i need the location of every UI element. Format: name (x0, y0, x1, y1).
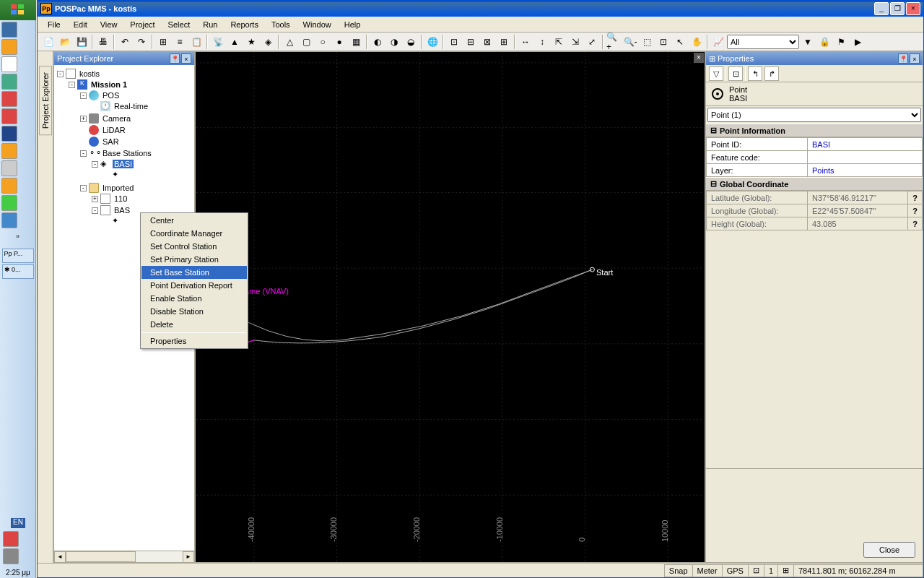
tb-tri-icon[interactable]: △ (282, 34, 297, 50)
tb-prop-icon[interactable]: ⊞ (155, 34, 171, 50)
prop-value-pointid[interactable]: BASI (808, 138, 923, 151)
tree-root[interactable]: kostis (78, 69, 101, 78)
cm-delete[interactable]: Delete (141, 318, 247, 331)
tb-sq-icon[interactable]: ▢ (298, 34, 314, 50)
tray-icon[interactable] (3, 548, 19, 564)
ql-icon[interactable] (1, 56, 17, 72)
scroll-thumb[interactable] (66, 551, 136, 562)
help-icon[interactable]: ? (908, 191, 923, 204)
menu-view[interactable]: View (95, 19, 123, 30)
status-snap[interactable]: Snap (664, 564, 693, 577)
pin-icon[interactable]: 📍 (898, 53, 908, 64)
status-cam-icon[interactable]: ⊡ (748, 564, 764, 577)
help-icon[interactable]: ? (908, 217, 923, 230)
ql-icon[interactable] (1, 39, 17, 55)
prop-value-layer[interactable]: Points (808, 164, 923, 177)
tb-print-icon[interactable]: 🖶 (95, 34, 111, 50)
status-win-icon[interactable]: ⊞ (777, 564, 794, 577)
cm-center[interactable]: Center (141, 214, 247, 227)
tb-zoom-out-icon[interactable]: 🔍- (622, 34, 638, 50)
cm-disable-station[interactable]: Disable Station (141, 305, 247, 318)
tb-a4-icon[interactable]: ⇲ (567, 34, 583, 50)
menu-edit[interactable]: Edit (68, 19, 93, 30)
prop-value-feature[interactable] (808, 151, 923, 164)
ql-icon[interactable] (1, 91, 17, 107)
panel-close-icon[interactable]: × (181, 53, 191, 64)
menu-file[interactable]: File (42, 19, 66, 30)
panel-close-icon[interactable]: × (910, 53, 920, 64)
ql-icon[interactable] (1, 126, 17, 142)
tb-run-icon[interactable]: ▶ (850, 34, 866, 50)
cm-derivation-report[interactable]: Point Derivation Report (141, 279, 247, 292)
toolbar-filter-combo[interactable]: All (727, 35, 799, 49)
canvas-close-icon[interactable]: × (694, 53, 704, 63)
tb-pointer-icon[interactable]: ↖ (672, 34, 688, 50)
tb-c2-icon[interactable]: ◑ (386, 34, 402, 50)
ql-icon[interactable] (1, 22, 17, 38)
tree-basi[interactable]: BASI (113, 160, 134, 168)
tb-zoom-fit-icon[interactable]: ⊡ (655, 34, 671, 50)
tb-a5-icon[interactable]: ⤢ (584, 34, 600, 50)
taskbar-item[interactable]: ✱ 0... (2, 264, 34, 279)
properties-selector[interactable]: Point (1) (707, 108, 921, 122)
ql-icon[interactable] (1, 160, 17, 176)
menu-select[interactable]: Select (162, 19, 196, 30)
tb-layers-icon[interactable]: ≡ (172, 34, 188, 50)
tb-c3-icon[interactable]: ◒ (403, 34, 419, 50)
tb-save-icon[interactable]: 💾 (74, 34, 90, 50)
cm-set-primary[interactable]: Set Primary Station (141, 253, 247, 266)
ql-icon[interactable] (1, 108, 17, 124)
tb-zoom-win-icon[interactable]: ⬚ (639, 34, 655, 50)
tb-pan-icon[interactable]: ✋ (689, 34, 705, 50)
scroll-left-icon[interactable]: ◄ (54, 551, 66, 563)
menu-run[interactable]: Run (197, 19, 223, 30)
explorer-hscroll[interactable]: ◄ ► (54, 551, 194, 562)
tb-m1-icon[interactable]: ⊡ (446, 34, 462, 50)
tb-redo-icon[interactable]: ↷ (134, 34, 149, 50)
maximize-button[interactable]: ❐ (890, 2, 905, 15)
tb-chart-icon[interactable]: 📈 (710, 34, 726, 50)
tb-m2-icon[interactable]: ⊟ (463, 34, 479, 50)
tree-camera[interactable]: Camera (101, 114, 132, 123)
tb-lock-icon[interactable]: 🔒 (816, 34, 832, 50)
ql-icon[interactable] (1, 74, 17, 90)
cm-set-control[interactable]: Set Control Station (141, 240, 247, 253)
tb-undo-icon[interactable]: ↶ (117, 34, 133, 50)
section-global-coord[interactable]: ⊟Global Coordinate (706, 177, 923, 191)
tree-pos[interactable]: POS (101, 91, 121, 100)
tb-new-icon[interactable]: 📄 (40, 34, 56, 50)
tree-bas[interactable]: BAS (113, 206, 131, 215)
tb-m4-icon[interactable]: ⊞ (496, 34, 512, 50)
help-icon[interactable]: ? (908, 204, 923, 217)
tb-report-icon[interactable]: 📋 (188, 34, 204, 50)
cm-properties[interactable]: Properties (141, 335, 247, 348)
tb-a3-icon[interactable]: ⇱ (551, 34, 567, 50)
scroll-right-icon[interactable]: ► (183, 551, 194, 563)
tray-icon[interactable] (3, 531, 19, 547)
close-button[interactable]: × (906, 2, 920, 15)
tree-lidar[interactable]: LiDAR (101, 126, 127, 134)
tree-sar[interactable]: SAR (101, 137, 121, 146)
tb-star-icon[interactable]: ★ (243, 34, 259, 50)
tree-base-stations[interactable]: Base Stations (101, 149, 153, 158)
section-point-info[interactable]: ⊟Point Information (706, 124, 923, 137)
cm-coord-manager[interactable]: Coordinate Manager (141, 227, 247, 240)
menu-window[interactable]: Window (297, 19, 337, 30)
tb-ref-icon[interactable]: ◈ (260, 34, 276, 50)
status-meter[interactable]: Meter (692, 564, 723, 577)
menu-tools[interactable]: Tools (266, 19, 296, 30)
language-indicator[interactable]: EN (11, 518, 25, 528)
tb-sat-icon[interactable]: 📡 (210, 34, 226, 50)
tb-globe-icon[interactable]: 🌐 (424, 34, 440, 50)
tb-open-icon[interactable]: 📂 (57, 34, 73, 50)
minimize-button[interactable]: _ (874, 2, 889, 15)
taskbar-item[interactable]: Pp P... (2, 249, 34, 263)
tree-imported[interactable]: Imported (101, 184, 135, 192)
tb-cir-icon[interactable]: ○ (315, 34, 331, 50)
ql-icon[interactable] (1, 178, 17, 194)
tb-base-icon[interactable]: ▲ (227, 34, 243, 50)
pt-dropdown-icon[interactable]: ▽ (709, 66, 723, 81)
explorer-tab[interactable]: Project Explorer (39, 66, 52, 135)
menu-reports[interactable]: Reports (225, 19, 264, 30)
pt-fwd-icon[interactable]: ↱ (764, 66, 779, 81)
